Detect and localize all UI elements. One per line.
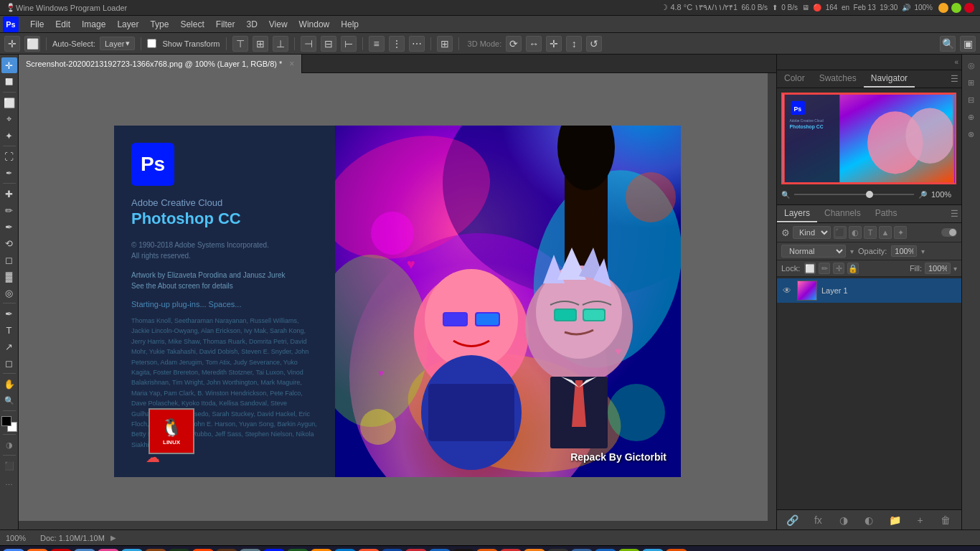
taskbar-files2[interactable]: 📂 <box>666 549 687 552</box>
move-mode-btn[interactable]: ✛ <box>4 36 20 52</box>
tab-color[interactable]: Color <box>777 70 812 88</box>
layer-dropdown[interactable]: Layer ▾ <box>100 37 136 50</box>
panel-btn-5[interactable]: ⊗ <box>963 126 979 142</box>
close-button[interactable] <box>964 3 974 13</box>
tab-navigator[interactable]: Navigator <box>864 70 915 88</box>
taskbar-telegram[interactable]: ✈ <box>121 549 143 552</box>
tab-paths[interactable]: Paths <box>868 205 905 222</box>
3d-slide[interactable]: ↕ <box>566 36 582 52</box>
taskbar-hex[interactable]: ⬡ <box>145 549 166 552</box>
zoom-in-icon[interactable]: 🔎 <box>918 191 927 199</box>
align-left[interactable]: ⊣ <box>301 36 316 52</box>
menu-layer[interactable]: Layer <box>111 18 144 31</box>
magic-wand-tool[interactable]: ✦ <box>1 128 17 143</box>
taskbar-chromium[interactable]: 🌐 <box>3 549 24 552</box>
align-top[interactable]: ⊤ <box>232 36 248 52</box>
opacity-input[interactable] <box>891 245 917 257</box>
taskbar-zotero[interactable]: Z <box>405 549 427 552</box>
blend-mode-select[interactable]: Normal Multiply Screen Overlay <box>781 245 846 258</box>
taskbar-coffee[interactable]: ☕ <box>216 549 237 552</box>
hand-tool[interactable]: ✋ <box>1 376 17 392</box>
3d-pan[interactable]: ↔ <box>526 36 542 52</box>
taskbar-panda[interactable]: 🐼 <box>595 549 616 552</box>
show-transform-checkbox[interactable] <box>147 39 156 48</box>
tab-channels[interactable]: Channels <box>817 205 868 222</box>
artboard-tool[interactable]: ⬜ <box>1 74 17 90</box>
taskbar-ps[interactable]: Ps <box>263 549 285 552</box>
dodge-tool[interactable]: ◎ <box>1 285 17 301</box>
taskbar-files[interactable]: 📁 <box>98 549 119 552</box>
panel-btn-4[interactable]: ⊕ <box>963 109 979 125</box>
3d-dolly[interactable]: ✛ <box>546 36 562 52</box>
layer-item-1[interactable]: 👁 Layer 1 <box>777 278 961 303</box>
add-mask-btn[interactable]: ◑ <box>837 513 851 527</box>
extra-tools[interactable]: … <box>1 474 17 490</box>
taskbar-spotify[interactable]: ♫ <box>453 549 474 552</box>
new-layer-btn[interactable]: + <box>913 513 928 527</box>
foreground-color[interactable] <box>1 416 11 426</box>
artboard-btn[interactable]: ⬜ <box>24 36 40 52</box>
taskbar-okular[interactable]: 📄 <box>524 549 545 552</box>
lock-move-btn[interactable]: ✛ <box>833 263 844 274</box>
panel-collapse-btn[interactable]: « <box>954 58 958 66</box>
taskbar-chat[interactable]: 💬 <box>642 549 664 552</box>
eyedropper-tool[interactable]: ✒ <box>1 165 17 181</box>
align-hcenter[interactable]: ⊟ <box>321 36 336 52</box>
taskbar-media[interactable]: ▶ <box>169 549 190 552</box>
move-tool[interactable]: ✛ <box>1 57 17 73</box>
taskbar-phone[interactable]: 📞 <box>547 549 569 552</box>
rect-select-tool[interactable]: ⬜ <box>1 95 17 110</box>
search-btn[interactable]: 🔍 <box>940 36 956 52</box>
filter-text-icon[interactable]: T <box>864 226 877 239</box>
shape-tool[interactable]: ◻ <box>1 355 17 371</box>
lock-all-btn[interactable]: 🔒 <box>847 263 859 274</box>
pen-tool[interactable]: ✒ <box>1 306 17 321</box>
filter-adjust-icon[interactable]: ◐ <box>849 226 862 239</box>
delete-layer-btn[interactable]: 🗑 <box>938 513 953 527</box>
tab-layers[interactable]: Layers <box>777 205 817 222</box>
brush-tool[interactable]: ✏ <box>1 202 17 218</box>
minimize-button[interactable] <box>938 3 948 13</box>
panel-menu-btn[interactable]: ☰ <box>951 74 958 84</box>
taskbar-vscode[interactable]: {} <box>334 549 356 552</box>
taskbar-nvidia[interactable]: N <box>618 549 640 552</box>
win-controls[interactable] <box>938 3 974 13</box>
zoom-tool[interactable]: 🔍 <box>1 392 17 408</box>
menu-type[interactable]: Type <box>144 18 174 31</box>
tab-close-btn[interactable]: × <box>289 59 294 69</box>
distribute-top[interactable]: ≡ <box>369 36 385 52</box>
filter-pixel-icon[interactable]: ⬛ <box>834 226 847 239</box>
color-swatch[interactable] <box>1 416 17 432</box>
menu-window[interactable]: Window <box>293 18 336 31</box>
workspace-btn[interactable]: ▣ <box>960 36 976 52</box>
quick-mask-btn[interactable]: ◑ <box>1 437 17 453</box>
healing-tool[interactable]: ✚ <box>1 186 17 202</box>
taskbar-music[interactable]: 🎵 <box>192 549 214 552</box>
align-vcenter[interactable]: ⊞ <box>253 36 268 52</box>
taskbar-network[interactable]: 🌿 <box>287 549 308 552</box>
menu-image[interactable]: Image <box>76 18 111 31</box>
lock-draw-btn[interactable]: ✏ <box>819 263 830 274</box>
vertical-scrollbar[interactable] <box>768 73 776 529</box>
eraser-tool[interactable]: ◻ <box>1 252 17 268</box>
status-arrow[interactable]: ▶ <box>110 534 116 542</box>
tab-swatches[interactable]: Swatches <box>812 70 864 88</box>
panel-btn-3[interactable]: ⊟ <box>963 92 979 108</box>
new-group-btn[interactable]: 📁 <box>887 513 902 527</box>
taskbar-bluegriffon[interactable]: B <box>429 549 451 552</box>
taskbar-opera[interactable]: ⭕ <box>50 549 72 552</box>
menu-help[interactable]: Help <box>335 18 364 31</box>
taskbar-virtualbox[interactable]: VB <box>571 549 593 552</box>
lasso-tool[interactable]: ⌖ <box>1 111 17 127</box>
clone-tool[interactable]: ✒ <box>1 219 17 235</box>
filter-kind-select[interactable]: Kind <box>793 226 831 239</box>
fill-input[interactable] <box>925 263 951 274</box>
text-tool[interactable]: T <box>1 322 17 338</box>
menu-3d[interactable]: 3D <box>240 18 263 31</box>
add-style-btn[interactable]: fx <box>811 513 825 527</box>
menu-edit[interactable]: Edit <box>50 18 76 31</box>
layers-menu-btn[interactable]: ☰ <box>951 209 958 219</box>
taskbar-vlc[interactable]: 🔺 <box>311 549 332 552</box>
nav-zoom-slider[interactable] <box>794 194 914 195</box>
taskbar-db[interactable]: 🗄 <box>240 549 261 552</box>
